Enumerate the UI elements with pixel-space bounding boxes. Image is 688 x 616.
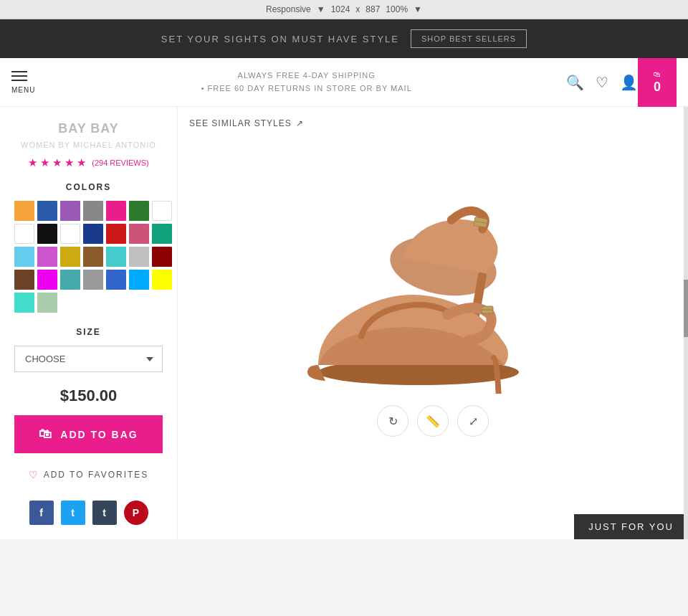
color-swatch-8[interactable] [37,224,57,244]
product-area: SEE SIMILAR STYLES ↗ [178,107,688,539]
rotate-button[interactable]: ↻ [377,405,408,437]
tumblr-icon: t [102,507,106,518]
shipping-text: ALWAYS FREE 4-DAY SHIPPING [47,70,566,82]
color-swatch-7[interactable] [14,224,34,244]
size-select[interactable]: CHOOSE55.566.577.588.599.51010.511 [14,346,163,372]
top-banner: SET YOUR SIGHTS ON MUST HAVE STYLE SHOP … [0,19,688,58]
color-swatch-10[interactable] [83,224,103,244]
color-swatch-19[interactable] [129,247,149,267]
star-5: ★ [77,156,86,169]
twitter-share-button[interactable]: t [61,501,85,525]
color-swatch-18[interactable] [106,247,126,267]
account-icon[interactable]: 👤 [620,74,638,91]
cart-button[interactable]: 🛍 0 [638,58,677,107]
color-swatch-17[interactable] [83,247,103,267]
favorites-icon[interactable]: ♡ [596,74,608,91]
color-swatch-23[interactable] [60,270,80,290]
just-for-you-banner[interactable]: JUST FOR YOU [574,514,688,539]
color-swatch-11[interactable] [106,224,126,244]
color-swatch-20[interactable] [152,247,172,267]
product-sub: WOMEN BY MICHAEL ANTONIO [14,141,163,149]
fullscreen-icon: ⤢ [469,414,478,428]
size-section: SIZE CHOOSE55.566.577.588.599.51010.511 [14,327,163,372]
color-swatch-14[interactable] [14,247,34,267]
color-swatch-22[interactable] [37,270,57,290]
review-count[interactable]: (294 REVIEWS) [92,158,148,167]
color-swatch-5[interactable] [129,201,149,221]
color-swatch-1[interactable] [37,201,57,221]
measure-icon: 📏 [426,414,440,428]
header-shipping-info: ALWAYS FREE 4-DAY SHIPPING • FREE 60 DAY… [47,70,566,95]
viewport-label: Responsive [266,4,311,14]
pinterest-share-button[interactable]: P [124,501,148,525]
color-swatch-2[interactable] [60,201,80,221]
color-swatch-27[interactable] [152,270,172,290]
social-share: f t t P [14,501,163,525]
menu-label: MENU [11,86,35,94]
hamburger-line-1 [11,71,27,72]
star-3: ★ [52,156,62,169]
image-controls: ↻ 📏 ⤢ [377,405,489,437]
color-swatch-16[interactable] [60,247,80,267]
header-icons: 🔍 ♡ 👤 [566,74,638,91]
size-label: SIZE [14,327,163,337]
hamburger-line-2 [11,75,27,77]
sidebar: BAY BAY WOMEN BY MICHAEL ANTONIO ★ ★ ★ ★… [0,107,178,539]
color-swatch-6[interactable] [152,201,172,221]
menu-button[interactable]: MENU [11,71,35,94]
color-swatch-13[interactable] [152,224,172,244]
fullscreen-button[interactable]: ⤢ [457,405,489,437]
star-1: ★ [28,156,37,169]
rotate-icon: ↻ [388,414,398,428]
browser-chrome: Responsive ▼ 1024 x 887 100% ▼ [0,0,688,19]
zoom-level: 100% [386,4,408,14]
scrollbar[interactable] [684,107,688,539]
color-swatch-21[interactable] [14,270,34,290]
color-swatch-24[interactable] [83,270,103,290]
search-icon[interactable]: 🔍 [566,74,584,91]
see-similar-button[interactable]: SEE SIMILAR STYLES ↗ [189,118,304,128]
color-swatch-0[interactable] [14,201,34,221]
see-similar-label: SEE SIMILAR STYLES [189,118,292,128]
add-to-bag-button[interactable]: 🛍 ADD TO BAG [14,415,163,453]
color-swatch-28[interactable] [14,293,34,313]
banner-text: SET YOUR SIGHTS ON MUST HAVE STYLE [161,34,399,44]
product-price: $150.00 [14,387,163,405]
product-image-container [189,136,677,394]
color-swatch-12[interactable] [129,224,149,244]
add-to-bag-label: ADD TO BAG [60,429,138,440]
cart-icon: 🛍 [654,70,661,78]
pinterest-icon: P [133,507,139,518]
tumblr-share-button[interactable]: t [92,501,117,525]
facebook-share-button[interactable]: f [29,501,54,525]
color-swatch-29[interactable] [37,293,57,313]
add-to-favorites-label: ADD TO FAVORITES [44,470,149,480]
zoom-dropdown-icon[interactable]: ▼ [414,4,422,14]
facebook-icon: f [39,507,43,518]
color-swatch-3[interactable] [83,201,103,221]
viewport-dropdown-icon[interactable]: ▼ [317,4,325,14]
color-swatch-15[interactable] [37,247,57,267]
color-swatch-9[interactable] [60,224,80,244]
main-layout: BAY BAY WOMEN BY MICHAEL ANTONIO ★ ★ ★ ★… [0,107,688,539]
hamburger-line-3 [11,80,27,81]
product-name: BAY BAY [14,121,163,136]
rating-stars: ★ ★ ★ ★ ★ (294 REVIEWS) [14,156,163,169]
measure-button[interactable]: 📏 [417,405,449,437]
color-swatch-4[interactable] [106,201,126,221]
twitter-icon: t [71,507,75,518]
bag-icon: 🛍 [39,427,53,442]
color-swatch-26[interactable] [129,270,149,290]
header: MENU ALWAYS FREE 4-DAY SHIPPING • FREE 6… [0,58,688,107]
heart-icon: ♡ [29,469,39,480]
scrollbar-thumb[interactable] [684,280,688,337]
returns-text: • FREE 60 DAY RETURNS IN STORE OR BY MAI… [47,82,566,95]
color-swatch-25[interactable] [106,270,126,290]
viewport-height: 887 [366,4,380,14]
just-for-you-label: JUST FOR YOU [588,521,674,532]
add-to-favorites-button[interactable]: ♡ ADD TO FAVORITES [14,463,163,486]
product-image [282,136,583,394]
star-4: ★ [64,156,74,169]
shop-best-sellers-button[interactable]: SHOP BEST SELLERS [411,29,527,48]
cart-count: 0 [654,80,661,95]
